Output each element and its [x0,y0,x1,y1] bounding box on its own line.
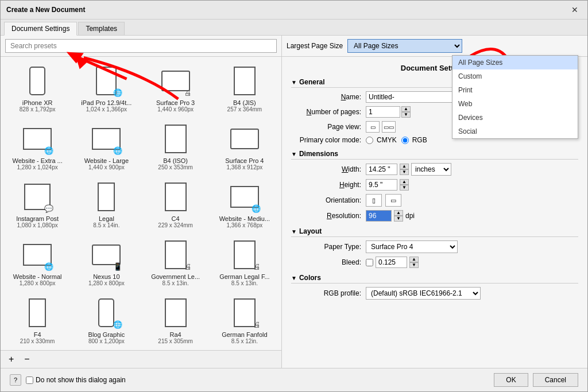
tab-templates[interactable]: Templates [78,22,125,35]
filter-select[interactable]: All Page Sizes Custom Print Web Devices … [347,39,462,53]
list-item[interactable]: B4 (JIS)257 x 364mm [212,61,277,115]
footer-right: OK Cancel [494,373,578,387]
preset-icon: 🌐 [20,238,55,272]
preset-icon [20,296,55,330]
height-decrement[interactable]: ▼ [400,185,409,191]
rgb-option[interactable]: RGB [401,136,427,144]
preset-icon: 🌐 [89,122,123,156]
preset-badge-icon: 🌐 [113,146,122,155]
no-show-checkbox[interactable] [26,377,33,384]
preset-name: Surface Pro 4 [225,157,264,164]
width-input[interactable] [366,164,397,175]
list-item[interactable]: 🖨German Legal F...8.5 x 13in. [212,235,277,289]
section-colors: ▼ Colors [291,274,578,284]
preset-badge-icon: 🌐 [44,262,53,271]
preset-icon: 🌐 [89,296,123,330]
remove-preset-button[interactable]: − [21,353,33,366]
preset-size: 828 x 1,792px [20,106,56,112]
preset-size: 8.5 x 14in. [93,222,119,228]
width-unit-select[interactable]: inches mm px [411,163,451,176]
page-view-single[interactable]: ▭ [366,121,380,133]
tabs-bar: Document Settings Templates [1,20,587,36]
section-layout-arrow: ▼ [291,228,297,235]
bleed-checkbox[interactable] [366,259,373,266]
list-item[interactable]: 🌐Website - Large1,440 x 900px [74,119,138,173]
rgb-radio[interactable] [401,137,409,144]
title-bar: Create a New Document ✕ [1,1,587,20]
no-show-label[interactable]: Do not show this dialog again [26,376,126,384]
list-item[interactable]: 💬Instagram Post1,080 x 1,080px [5,177,69,231]
list-item[interactable]: 🖨Government Le...8.5 x 13in. [144,235,208,289]
bleed-input[interactable] [376,257,407,268]
dropdown-item-print[interactable]: Print [452,83,578,97]
list-item[interactable]: F4210 x 330mm [5,293,69,347]
filter-bar: Largest Page Size All Page Sizes Custom … [282,36,587,57]
preset-name: Instagram Post [16,215,59,222]
bleed-decrement[interactable]: ▼ [409,262,419,268]
close-button[interactable]: ✕ [568,4,582,15]
pages-decrement[interactable]: ▼ [401,112,411,118]
help-button[interactable]: ? [10,374,21,386]
resolution-increment[interactable]: ▲ [394,210,403,216]
dropdown-item-all-page-sizes[interactable]: All Page Sizes [452,56,578,69]
page-view-spread[interactable]: ▭▭ [382,121,396,133]
list-item[interactable]: B4 (ISO)250 x 353mm [144,119,208,173]
list-item[interactable]: Surface Pro 41,368 x 912px [212,119,277,173]
dropdown-item-web[interactable]: Web [452,97,578,111]
width-decrement[interactable]: ▼ [400,169,409,175]
list-item[interactable]: 🌐Website - Mediu...1,366 x 768px [212,177,277,231]
preset-name: Website - Large [84,157,129,164]
list-item[interactable]: 📱Nexus 101,280 x 800px [74,235,138,289]
preset-name: B4 (ISO) [163,157,188,164]
list-item[interactable]: iPhone XR828 x 1,792px [5,61,69,115]
height-increment[interactable]: ▲ [400,179,409,185]
list-item[interactable]: Legal8.5 x 14in. [74,177,138,231]
left-panel: iPhone XR828 x 1,792px🌐iPad Pro 12.9/4t.… [1,36,282,368]
width-increment[interactable]: ▲ [400,164,409,169]
cancel-button[interactable]: Cancel [533,373,578,387]
pages-increment[interactable]: ▲ [401,106,411,112]
pages-input[interactable] [366,106,400,118]
cmyk-radio[interactable] [366,137,373,144]
preset-icon: 🖨 [227,238,262,272]
list-item[interactable]: 🌐iPad Pro 12.9/4t...1,024 x 1,366px [74,61,138,115]
preset-name: German Fanfold [222,331,267,338]
dropdown-item-custom[interactable]: Custom [452,69,578,83]
dropdown-item-social[interactable]: Social [452,125,578,138]
rgb-profile-select[interactable]: (Default) sRGB IEC61966-2.1 [366,287,481,300]
ok-button[interactable]: OK [494,373,528,387]
cmyk-option[interactable]: CMYK [366,136,397,144]
preset-name: iPhone XR [22,99,53,106]
list-item[interactable]: C4229 x 324mm [144,177,208,231]
preset-badge-icon: 📱 [113,262,122,271]
search-input[interactable] [5,39,277,53]
preset-size: 8.5 x 12in. [231,338,258,344]
name-input[interactable] [366,91,458,103]
preset-name: Legal [99,215,114,222]
portrait-button[interactable]: ▯ [366,194,382,207]
list-item[interactable]: 🌐Website - Extra ...1,280 x 1,024px [5,119,69,173]
section-layout: ▼ Layout [291,227,578,237]
list-item[interactable]: 🖨Surface Pro 31,440 x 960px [144,61,208,115]
pages-spin-buttons: ▲ ▼ [401,106,411,118]
bleed-increment[interactable]: ▲ [409,257,419,262]
preset-icon [20,64,55,98]
height-input[interactable] [366,179,397,191]
add-preset-button[interactable]: + [5,353,17,366]
list-item[interactable]: 🌐Blog Graphic800 x 1,200px [74,293,138,347]
preset-size: 8.5 x 13in. [163,280,189,286]
list-item[interactable]: 🖨German Fanfold8.5 x 12in. [212,293,277,347]
section-dimensions: ▼ Dimensions [291,150,578,160]
rgb-profile-row: RGB profile: (Default) sRGB IEC61966-2.1 [291,287,578,300]
list-item[interactable]: 🌐Website - Normal1,280 x 800px [5,235,69,289]
paper-type-select[interactable]: Surface Pro 4 [366,240,458,253]
resolution-input[interactable] [366,210,392,222]
landscape-button[interactable]: ▭ [385,194,401,207]
resolution-decrement[interactable]: ▼ [394,216,403,222]
list-item[interactable]: Ra4215 x 305mm [144,293,208,347]
dropdown-item-devices[interactable]: Devices [452,111,578,125]
preset-name: B4 (JIS) [233,99,256,106]
tab-document-settings[interactable]: Document Settings [4,22,77,36]
preset-icon [227,64,262,98]
height-row: Height: ▲ ▼ [291,179,578,191]
